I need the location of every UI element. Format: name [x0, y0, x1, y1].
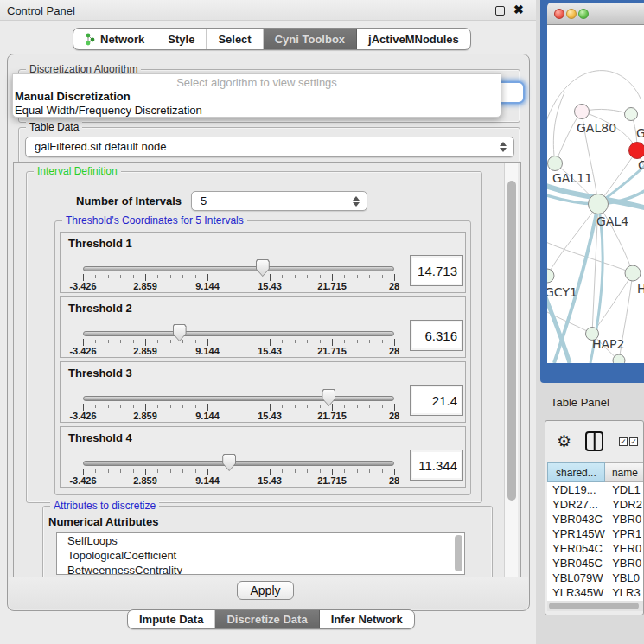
network-node[interactable]	[575, 105, 590, 119]
tab-style[interactable]: Style	[156, 29, 207, 49]
table-row[interactable]: YBR043CYBR0	[547, 512, 644, 526]
network-node-label: C	[638, 158, 644, 172]
tab-label: jActiveMNodules	[368, 33, 459, 46]
column-layout-icon[interactable]	[585, 431, 603, 451]
threshold-value-field[interactable]: 6.316	[410, 320, 463, 351]
tab-infer-network[interactable]: Infer Network	[320, 610, 414, 628]
network-node[interactable]	[613, 354, 625, 363]
network-node[interactable]	[629, 143, 644, 159]
network-node[interactable]	[547, 269, 554, 283]
table-horizontal-scrollbar-thumb[interactable]	[549, 603, 639, 609]
attribute-list-item[interactable]: SelfLoops	[57, 533, 464, 548]
tab-network[interactable]: Network	[73, 29, 156, 49]
slider-minor-tick	[307, 340, 308, 343]
network-view-window: GAL80GCGAL11GAL4GCY1HHAP2	[540, 0, 644, 383]
slider-tick-label: 21.715	[317, 346, 347, 356]
network-canvas[interactable]: GAL80GCGAL11GAL4GCY1HHAP2	[547, 25, 644, 363]
table-row[interactable]: YDL19...YDL1	[547, 482, 644, 497]
table-row[interactable]: YER054CYER0	[547, 541, 644, 556]
slider-minor-tick	[182, 275, 183, 278]
threshold-value-field[interactable]: 14.713	[410, 255, 463, 286]
network-node[interactable]	[625, 265, 641, 281]
threshold-slider-track[interactable]	[83, 266, 394, 271]
slider-minor-tick	[220, 469, 220, 473]
attributes-group-title: Attributes to discretize	[50, 500, 159, 512]
network-node[interactable]	[548, 156, 563, 171]
tab-cyni-toolbox[interactable]: Cyni Toolbox	[264, 29, 357, 49]
algorithm-option-manual[interactable]: Manual Discretization	[15, 90, 131, 103]
control-panel-titlebar: Control Panel ✖	[0, 0, 536, 21]
slider-minor-tick	[295, 275, 296, 278]
slider-tick-label: 15.43	[258, 475, 282, 486]
table-rows[interactable]: YDL19...YDL1YDR27...YDR2YBR043CYBR0YPR14…	[547, 482, 644, 601]
select-columns-icon[interactable]: ✓ ✓	[619, 437, 638, 446]
table-panel-title: Table Panel	[551, 396, 609, 409]
slider-minor-tick	[382, 340, 383, 343]
zoom-traffic-light-icon[interactable]	[578, 9, 589, 19]
algorithm-option-equal-width[interactable]: Equal Width/Frequency Discretization	[15, 104, 202, 117]
table-data-combobox[interactable]: galFiltered.sif default node	[25, 137, 514, 157]
threshold-slider-thumb[interactable]	[222, 454, 236, 471]
threshold-value-field[interactable]: 21.4	[410, 385, 463, 416]
threshold-slider-track[interactable]	[83, 331, 394, 336]
tab-jactivemnodules[interactable]: jActiveMNodules	[357, 29, 470, 49]
apply-button[interactable]: Apply	[237, 581, 294, 600]
slider-tick-label: 2.859	[133, 411, 157, 421]
gear-icon[interactable]: ⚙	[557, 433, 571, 450]
attribute-list-item[interactable]: BetweennessCentrality	[57, 563, 464, 575]
table-row[interactable]: YPR145WYPR1	[547, 526, 644, 541]
attributes-list-scrollbar[interactable]	[455, 535, 462, 571]
network-node-label: GAL4	[596, 214, 628, 228]
table-header-row: shared... name	[547, 462, 644, 482]
table-row[interactable]: YDR27...YDR2	[547, 497, 644, 512]
threshold-slider-track[interactable]	[83, 461, 394, 466]
float-window-icon[interactable]	[495, 6, 505, 16]
network-node[interactable]	[625, 108, 638, 121]
slider-major-tick	[83, 274, 84, 281]
slider-minor-tick	[320, 469, 321, 473]
threshold-slider-track[interactable]	[83, 396, 394, 401]
slider-minor-tick	[344, 275, 345, 278]
numerical-attributes-list[interactable]: SelfLoopsTopologicalCoefficientBetweenne…	[56, 532, 465, 575]
table-row[interactable]: YBL079WYBL0	[547, 571, 644, 585]
slider-minor-tick	[157, 405, 158, 408]
cell-name: YBL0	[605, 571, 644, 585]
slider-minor-tick	[195, 275, 196, 278]
table-row[interactable]: YLR345WYLR3	[547, 585, 644, 600]
slider-minor-tick	[295, 340, 296, 343]
slider-minor-tick	[220, 275, 220, 278]
slider-tick-label: 21.715	[317, 411, 347, 421]
threshold-panel-2: Threshold 2-3.4262.8599.14415.4321.71528…	[60, 296, 466, 358]
table-row[interactable]: YBR045CYBR0	[547, 556, 644, 571]
algorithm-dropdown-popup: Select algorithm to view settings Manual…	[12, 73, 501, 118]
column-header-name[interactable]: name	[605, 462, 644, 482]
settings-scroll-panel: Interval Definition Number of Intervals …	[13, 162, 521, 578]
table-horizontal-scrollbar[interactable]	[547, 601, 644, 611]
threshold-value-field[interactable]: 11.344	[410, 450, 463, 481]
network-node[interactable]	[589, 194, 609, 214]
tab-select[interactable]: Select	[207, 29, 263, 49]
threshold-slider-thumb[interactable]	[322, 389, 335, 406]
number-of-intervals-combobox[interactable]: 5	[191, 191, 367, 211]
attribute-list-item[interactable]: TopologicalCoefficient	[57, 548, 464, 563]
tab-discretize-data[interactable]: Discretize Data	[215, 610, 319, 628]
threshold-slider-thumb[interactable]	[256, 259, 270, 277]
threshold-slider-thumb[interactable]	[173, 324, 187, 341]
slider-minor-tick	[282, 275, 283, 278]
slider-minor-tick	[220, 340, 220, 343]
close-traffic-light-icon[interactable]	[554, 9, 564, 19]
tab-label: Cyni Toolbox	[275, 33, 345, 46]
network-node-label: G	[636, 126, 644, 140]
panel-scrollbar-thumb[interactable]	[507, 181, 516, 501]
slider-tick-label: 9.144	[195, 411, 220, 421]
control-panel-window: Control Panel ✖ NetworkStyleSelectCyni T…	[0, 0, 536, 644]
slider-minor-tick	[157, 340, 158, 343]
tab-impute-data[interactable]: Impute Data	[128, 610, 215, 628]
cell-shared-name: YBR045C	[547, 556, 605, 571]
close-icon[interactable]: ✖	[513, 3, 524, 16]
column-header-shared-name[interactable]: shared...	[547, 462, 605, 482]
panel-scrollbar[interactable]	[504, 163, 518, 578]
minimize-traffic-light-icon[interactable]	[566, 9, 577, 19]
cell-shared-name: YLR345W	[547, 585, 605, 600]
screen: Control Panel ✖ NetworkStyleSelectCyni T…	[0, 0, 644, 644]
